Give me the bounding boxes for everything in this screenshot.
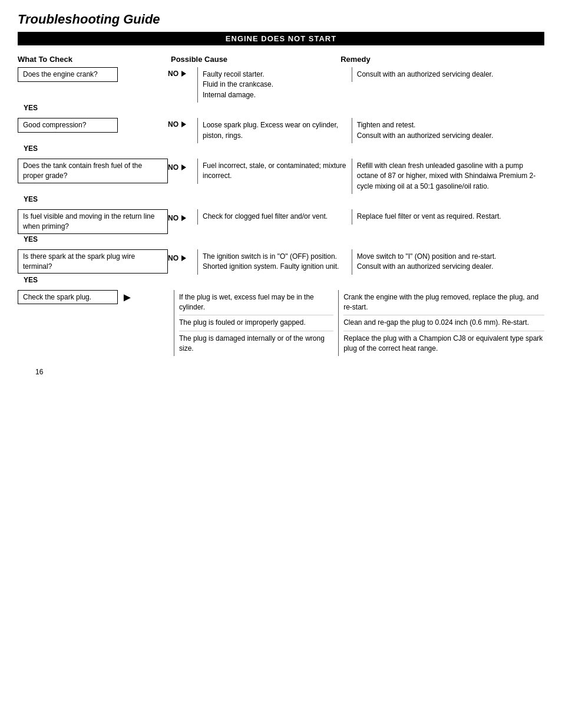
cause-1-1: Faulty recoil starter.Fluid in the crank… (203, 67, 347, 103)
flow-row-5: Is there spark at the spark plug wire te… (18, 249, 544, 284)
check-box-1: Does the engine crank? (18, 67, 118, 82)
no-connector-2: NO (168, 118, 197, 129)
yes-label-3: YES (24, 195, 38, 203)
remedy-6-2: Clean and re-gap the plug to 0.024 inch … (343, 315, 544, 331)
col-header-remedy: Remedy (340, 55, 544, 64)
yes-label-2: YES (24, 144, 38, 153)
no-connector-5: NO (168, 249, 197, 262)
cause-2-1: Loose spark plug. Excess wear on cylinde… (203, 118, 347, 143)
page-number: 16 (35, 368, 562, 376)
page-title: Troubleshooting Guide (18, 12, 544, 27)
check-box-4: Is fuel visible and moving in the return… (18, 209, 168, 234)
check-box-5: Is there spark at the spark plug wire te… (18, 249, 168, 274)
no-spacer-6 (168, 290, 174, 292)
remedy-5-1: Move switch to "I" (ON) position and re-… (357, 249, 544, 275)
col-header-check: What To Check (18, 55, 171, 64)
no-connector-3: NO (168, 159, 197, 172)
cause-6-2: The plug is fouled or improperly gapped. (179, 315, 333, 331)
col-header-cause: Possible Cause (171, 55, 340, 64)
cause-3-1: Fuel incorrect, stale, or contaminated; … (203, 159, 347, 184)
yes-label-1: YES (24, 104, 38, 112)
remedy-6-1: Crank the engine with the plug removed, … (343, 290, 544, 316)
remedy-6-3: Replace the plug with a Champion CJ8 or … (343, 331, 544, 357)
cause-6-1: If the plug is wet, excess fuel may be i… (179, 290, 333, 316)
remedy-2-1: Tighten and retest.Consult with an autho… (357, 118, 544, 143)
remedy-4-1: Replace fuel filter or vent as required.… (357, 209, 544, 224)
cause-4-1: Check for clogged fuel filter and/or ven… (203, 209, 347, 224)
yes-label-4: YES (24, 235, 38, 243)
flow-row-2: Good compression? NO Loose spark plug. E… (18, 118, 544, 153)
section-header: ENGINE DOES NOT START (18, 32, 544, 45)
flow-row-1: Does the engine crank? NO Faulty recoil … (18, 67, 544, 112)
arrow-right-6: ► (121, 291, 133, 303)
flow-row-6: Check the spark plug. ► If the plug is w… (18, 290, 544, 357)
cause-6-3: The plug is damaged internally or of the… (179, 331, 333, 357)
yes-label-5: YES (24, 276, 38, 284)
cause-5-1: The ignition switch is in "O" (OFF) posi… (203, 249, 347, 275)
flow-row-4: Is fuel visible and moving in the return… (18, 209, 544, 243)
remedy-3-1: Refill with clean fresh unleaded gasolin… (357, 159, 544, 194)
flow-row-3: Does the tank contain fresh fuel of the … (18, 159, 544, 203)
no-connector-1: NO (168, 67, 197, 78)
check-box-2: Good compression? (18, 118, 118, 133)
check-box-6: Check the spark plug. (18, 290, 118, 305)
no-connector-4: NO (168, 209, 197, 222)
remedy-1-1: Consult with an authorized servicing dea… (357, 67, 544, 82)
check-box-3: Does the tank contain fresh fuel of the … (18, 159, 168, 183)
